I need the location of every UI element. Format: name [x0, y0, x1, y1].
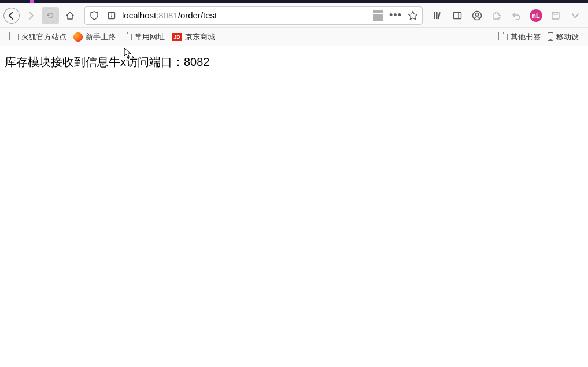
phone-icon: [548, 32, 553, 41]
bookmarks-toolbar: 火狐官方站点 新手上路 常用网址 JD 京东商城 其他书签 移动设: [0, 28, 588, 46]
shield-icon[interactable]: [87, 9, 101, 23]
bookmark-mobile[interactable]: 移动设: [544, 29, 582, 45]
url-text[interactable]: localhost:8081/order/test: [122, 10, 368, 20]
folder-icon: [123, 34, 132, 40]
bookmark-star-icon[interactable]: [406, 9, 420, 23]
bookmark-label: 新手上路: [86, 32, 116, 42]
extension-puzzle-icon[interactable]: [487, 7, 506, 24]
url-path: /order/test: [178, 10, 217, 20]
svg-rect-6: [454, 12, 461, 18]
page-actions-icon[interactable]: •••: [389, 9, 402, 23]
sidebar-icon[interactable]: [448, 7, 467, 24]
svg-rect-3: [434, 12, 435, 19]
folder-icon: [9, 34, 19, 40]
forward-button: [22, 7, 39, 24]
svg-point-9: [476, 13, 479, 16]
bookmark-label: 其他书签: [511, 32, 541, 42]
chevron-down-icon[interactable]: [566, 7, 585, 24]
undo-icon[interactable]: [507, 7, 526, 24]
bookmark-jd[interactable]: JD 京东商城: [168, 29, 219, 45]
reload-button-container: [42, 7, 59, 24]
bookmark-common-sites[interactable]: 常用网址: [119, 29, 168, 45]
home-button[interactable]: [61, 7, 79, 24]
tab-accent: [30, 0, 34, 3]
jd-icon: JD: [172, 33, 182, 41]
bookmark-label: 常用网址: [135, 32, 165, 42]
svg-point-1: [111, 13, 112, 14]
account-icon[interactable]: [468, 7, 486, 24]
bookmark-label: 火狐官方站点: [21, 32, 66, 42]
library-icon[interactable]: [428, 7, 447, 24]
bookmark-label: 移动设: [556, 32, 579, 42]
site-info-icon[interactable]: [105, 9, 119, 23]
page-body-text: 库存模块接收到信息牛x访问端口：8082: [5, 55, 210, 68]
back-button[interactable]: [3, 8, 20, 24]
svg-rect-10: [552, 12, 559, 19]
bookmark-other[interactable]: 其他书签: [495, 29, 544, 45]
navigation-toolbar: localhost:8081/order/test ••• nL: [0, 3, 588, 28]
url-host: localhost: [122, 10, 156, 20]
qr-code-icon[interactable]: [371, 9, 385, 23]
bookmark-label: 京东商城: [185, 32, 215, 42]
svg-rect-5: [438, 12, 441, 18]
bookmark-getting-started[interactable]: 新手上路: [70, 29, 119, 45]
nl-extension-icon[interactable]: nL: [527, 7, 545, 24]
url-port: :8081: [156, 10, 178, 20]
bookmark-firefox-official[interactable]: 火狐官方站点: [6, 29, 70, 45]
folder-icon: [498, 34, 508, 40]
firefox-icon: [73, 32, 83, 42]
toolbar-right: nL: [428, 7, 585, 24]
svg-rect-2: [111, 15, 112, 17]
url-bar[interactable]: localhost:8081/order/test •••: [84, 6, 423, 25]
save-page-icon[interactable]: [546, 7, 565, 24]
reload-button[interactable]: [43, 8, 58, 23]
page-content: 库存模块接收到信息牛x访问端口：8082: [0, 46, 588, 78]
svg-rect-4: [436, 12, 438, 19]
